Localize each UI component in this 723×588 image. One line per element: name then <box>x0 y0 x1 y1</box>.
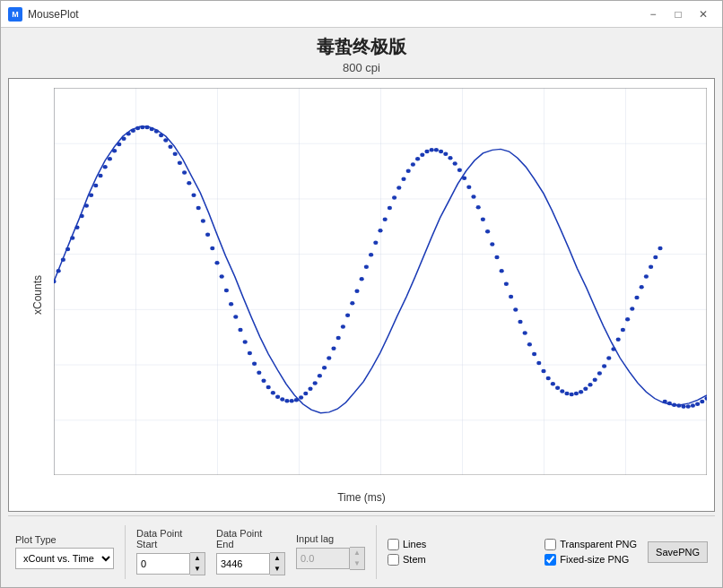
fixed-size-png-label: Fixed-size PNG <box>560 554 629 565</box>
lines-checkbox[interactable] <box>388 539 399 550</box>
data-point-start-buttons: ▲ ▼ <box>190 552 205 575</box>
svg-point-69 <box>290 399 294 403</box>
svg-point-50 <box>201 219 205 223</box>
data-point-end-input[interactable] <box>216 553 270 575</box>
fixed-size-png-item: Fixed-size PNG <box>544 554 637 566</box>
svg-point-21 <box>65 247 70 252</box>
svg-point-70 <box>294 398 299 402</box>
svg-point-111 <box>485 229 490 234</box>
svg-point-149 <box>663 400 667 404</box>
svg-point-155 <box>691 403 695 408</box>
svg-point-154 <box>686 404 691 409</box>
input-lag-up[interactable]: ▲ <box>350 548 364 558</box>
svg-point-121 <box>532 352 536 357</box>
data-point-start-input[interactable] <box>136 553 190 575</box>
save-png-button[interactable]: SavePNG <box>648 541 708 563</box>
transparent-png-checkbox[interactable] <box>544 539 556 550</box>
svg-point-84 <box>360 277 364 281</box>
svg-point-124 <box>546 376 551 381</box>
svg-point-93 <box>401 177 405 181</box>
lines-check-item: Lines <box>388 539 426 550</box>
svg-point-112 <box>490 242 494 246</box>
y-axis-label: xCounts <box>31 275 44 315</box>
maximize-button[interactable]: □ <box>666 5 690 23</box>
svg-point-142 <box>630 307 634 311</box>
svg-point-130 <box>574 392 579 396</box>
data-point-start-down[interactable]: ▼ <box>190 564 205 575</box>
svg-point-25 <box>84 203 89 208</box>
svg-point-33 <box>121 136 126 141</box>
svg-point-63 <box>261 378 266 383</box>
svg-point-104 <box>453 161 457 166</box>
data-point-start-group: Data PointStart ▲ ▼ <box>136 528 205 575</box>
svg-point-79 <box>336 336 341 341</box>
svg-point-127 <box>560 389 564 393</box>
svg-point-152 <box>676 403 681 408</box>
svg-point-85 <box>364 265 369 270</box>
lines-stem-group: Lines Stem <box>388 539 426 566</box>
svg-point-89 <box>383 217 388 221</box>
svg-point-22 <box>70 236 74 240</box>
svg-point-100 <box>434 148 439 152</box>
svg-point-34 <box>126 132 131 136</box>
svg-point-56 <box>229 302 233 307</box>
svg-point-101 <box>439 150 443 154</box>
plot-type-group: Plot Type xCount vs. Time <box>15 534 114 569</box>
svg-point-116 <box>509 295 513 299</box>
svg-point-148 <box>658 246 662 251</box>
x-axis-label: Time (ms) <box>337 491 386 504</box>
data-point-end-down[interactable]: ▼ <box>270 564 284 575</box>
stem-checkbox[interactable] <box>388 554 399 566</box>
svg-point-51 <box>205 233 210 238</box>
svg-point-80 <box>341 324 345 329</box>
data-point-end-spinner: ▲ ▼ <box>216 552 285 575</box>
minimize-button[interactable]: − <box>641 5 665 23</box>
svg-point-150 <box>667 402 672 406</box>
chart-svg: 30 20 10 0 -10 -20 -30 1900 1950 2000 20… <box>54 88 707 475</box>
svg-point-145 <box>644 274 649 279</box>
stem-check-item: Stem <box>388 554 426 566</box>
svg-point-47 <box>187 181 191 186</box>
plot-type-select[interactable]: xCount vs. Time <box>15 548 114 569</box>
svg-point-58 <box>238 328 242 333</box>
svg-point-72 <box>303 392 308 396</box>
input-lag-down[interactable]: ▼ <box>350 558 364 569</box>
chart-subtitle: 800 cpi <box>8 61 715 74</box>
svg-point-44 <box>173 152 178 157</box>
svg-point-90 <box>388 206 392 211</box>
data-point-end-up[interactable]: ▲ <box>270 553 284 564</box>
input-lag-buttons: ▲ ▼ <box>350 547 365 570</box>
data-point-end-buttons: ▲ ▼ <box>270 552 285 575</box>
svg-point-30 <box>108 157 112 161</box>
svg-point-118 <box>518 320 522 324</box>
svg-point-20 <box>61 257 65 262</box>
svg-point-24 <box>80 214 84 219</box>
svg-point-88 <box>378 229 382 232</box>
svg-point-128 <box>564 392 569 396</box>
close-button[interactable]: ✕ <box>692 5 715 23</box>
svg-point-125 <box>551 382 555 386</box>
svg-point-31 <box>112 149 117 153</box>
svg-point-38 <box>144 125 149 130</box>
svg-point-28 <box>98 174 102 178</box>
titlebar-title: MousePlot <box>28 8 79 21</box>
svg-point-37 <box>140 125 144 130</box>
svg-point-156 <box>695 402 700 407</box>
fixed-size-png-checkbox[interactable] <box>544 554 556 566</box>
transparent-png-label: Transparent PNG <box>560 539 637 549</box>
svg-point-81 <box>345 314 350 318</box>
svg-point-129 <box>570 393 574 397</box>
svg-point-153 <box>681 404 685 409</box>
svg-point-64 <box>266 385 271 390</box>
svg-point-137 <box>606 356 611 360</box>
svg-point-42 <box>163 138 168 143</box>
data-point-start-up[interactable]: ▲ <box>190 553 205 564</box>
svg-point-108 <box>471 195 475 199</box>
svg-point-23 <box>74 225 79 229</box>
input-lag-input[interactable] <box>296 548 350 569</box>
svg-point-109 <box>476 205 481 210</box>
titlebar: M MousePlot − □ ✕ <box>1 1 722 28</box>
svg-point-115 <box>504 281 509 286</box>
svg-point-75 <box>318 374 322 378</box>
svg-point-55 <box>224 289 229 293</box>
